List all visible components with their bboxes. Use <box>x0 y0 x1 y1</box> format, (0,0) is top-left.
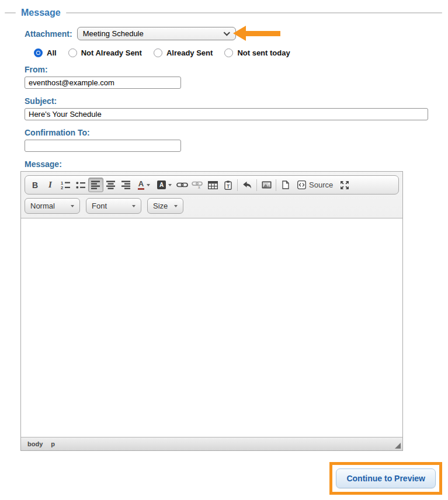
radio-option-not-already-sent[interactable]: Not Already Sent <box>68 48 142 57</box>
radio-option-not-sent-today[interactable]: Not sent today <box>224 48 290 57</box>
from-input[interactable] <box>25 77 181 89</box>
bold-button[interactable]: B <box>27 178 43 192</box>
font-name-dropdown[interactable]: Font <box>86 198 141 214</box>
link-icon <box>176 182 188 188</box>
radio-unselected-icon[interactable] <box>224 48 233 57</box>
radio-label-not-already-sent[interactable]: Not Already Sent <box>81 48 142 57</box>
undo-icon <box>242 181 252 189</box>
annotation-highlight-box: Continue to Preview <box>329 462 442 495</box>
radio-label-already-sent[interactable]: Already Sent <box>166 48 213 57</box>
bulleted-list-button[interactable] <box>73 178 88 192</box>
unlink-icon: x <box>192 181 203 189</box>
bulleted-list-icon <box>76 180 86 190</box>
editor-status-bar: body p <box>21 438 402 450</box>
from-label: From: <box>25 65 448 74</box>
subject-input[interactable] <box>25 108 428 120</box>
caret-down-icon <box>174 205 178 207</box>
editor-toolbar-row-1: B I 1 2 <box>25 175 399 195</box>
message-form-page: Message Attachment: Meeting Schedule All… <box>0 0 448 500</box>
background-color-icon: A <box>157 180 166 189</box>
new-page-button[interactable] <box>278 178 293 192</box>
element-path-body[interactable]: body <box>27 440 43 447</box>
source-button-label: Source <box>309 180 333 189</box>
image-button[interactable] <box>259 178 274 192</box>
align-right-icon <box>121 180 131 189</box>
maximize-icon <box>340 180 349 190</box>
radio-unselected-icon[interactable] <box>154 48 162 57</box>
table-button[interactable] <box>205 178 220 192</box>
italic-button[interactable]: I <box>43 178 58 192</box>
message-label: Message: <box>25 159 448 169</box>
numbered-list-button[interactable]: 1 2 <box>58 178 73 192</box>
attachment-label: Attachment: <box>25 29 72 39</box>
arrow-shaft <box>245 31 280 36</box>
link-button[interactable] <box>175 178 190 192</box>
editor-resize-handle[interactable] <box>395 443 401 449</box>
attachment-select[interactable]: Meeting Schedule <box>77 27 236 40</box>
radio-option-already-sent[interactable]: Already Sent <box>154 48 213 57</box>
numbered-list-icon: 1 2 <box>61 180 71 190</box>
bold-icon: B <box>32 180 38 190</box>
source-button[interactable]: Source <box>293 178 337 192</box>
text-color-icon: A <box>138 180 144 190</box>
annotation-arrow-left-icon <box>233 26 280 41</box>
paragraph-format-dropdown[interactable]: Normal <box>25 198 80 214</box>
radio-label-all[interactable]: All <box>47 48 57 57</box>
font-size-value: Size <box>153 202 168 210</box>
editor-toolbar-row-2: Normal Font Size <box>25 198 399 214</box>
image-icon <box>262 181 272 189</box>
rich-text-editor: B I 1 2 <box>20 171 403 451</box>
confirmation-to-input[interactable] <box>25 140 181 152</box>
caret-down-icon <box>71 205 74 207</box>
legend-line-left <box>5 12 16 13</box>
recipient-filter-group: All Not Already Sent Already Sent Not se… <box>34 48 448 57</box>
paste-from-word-button[interactable]: T <box>220 178 235 192</box>
unlink-button[interactable]: x <box>190 178 205 192</box>
source-icon <box>297 180 306 189</box>
svg-text:2: 2 <box>61 185 63 190</box>
radio-label-not-sent-today[interactable]: Not sent today <box>237 48 290 57</box>
align-left-icon <box>91 180 100 189</box>
text-color-button[interactable]: A <box>134 178 154 192</box>
subject-label: Subject: <box>25 96 448 106</box>
message-editing-area[interactable] <box>21 218 402 438</box>
caret-down-icon <box>147 184 150 186</box>
font-name-value: Font <box>92 202 107 210</box>
align-left-button[interactable] <box>88 178 103 192</box>
confirmation-to-label: Confirmation To: <box>25 128 448 137</box>
attachment-selected-value: Meeting Schedule <box>83 29 144 38</box>
editor-toolbar: B I 1 2 <box>21 172 402 218</box>
legend-line-right <box>66 12 442 13</box>
toolbar-separator <box>256 179 257 191</box>
section-title: Message <box>21 8 61 18</box>
action-row: Continue to Preview <box>0 462 442 495</box>
caret-down-icon <box>168 184 172 186</box>
radio-option-all[interactable]: All <box>34 48 57 57</box>
undo-button[interactable] <box>239 178 255 192</box>
radio-selected-icon[interactable] <box>34 48 43 57</box>
continue-to-preview-button[interactable]: Continue to Preview <box>336 468 436 488</box>
table-icon <box>208 181 218 189</box>
chevron-down-icon <box>223 29 230 36</box>
align-right-button[interactable] <box>119 178 134 192</box>
paragraph-format-value: Normal <box>30 202 55 210</box>
section-header: Message <box>5 8 442 18</box>
svg-text:T: T <box>226 183 230 189</box>
align-center-button[interactable] <box>103 178 119 192</box>
element-path-p[interactable]: p <box>51 440 55 447</box>
font-size-dropdown[interactable]: Size <box>147 198 183 214</box>
caret-down-icon <box>132 205 136 207</box>
svg-text:x: x <box>198 185 200 189</box>
arrow-head <box>233 26 246 41</box>
new-page-icon <box>282 180 289 189</box>
italic-icon: I <box>48 180 52 190</box>
toolbar-separator <box>237 179 238 191</box>
maximize-button[interactable] <box>337 178 352 192</box>
toolbar-separator <box>276 179 276 191</box>
background-color-button[interactable]: A <box>154 178 175 192</box>
radio-unselected-icon[interactable] <box>68 48 77 57</box>
paste-from-word-icon: T <box>224 180 232 190</box>
align-center-icon <box>106 180 116 189</box>
